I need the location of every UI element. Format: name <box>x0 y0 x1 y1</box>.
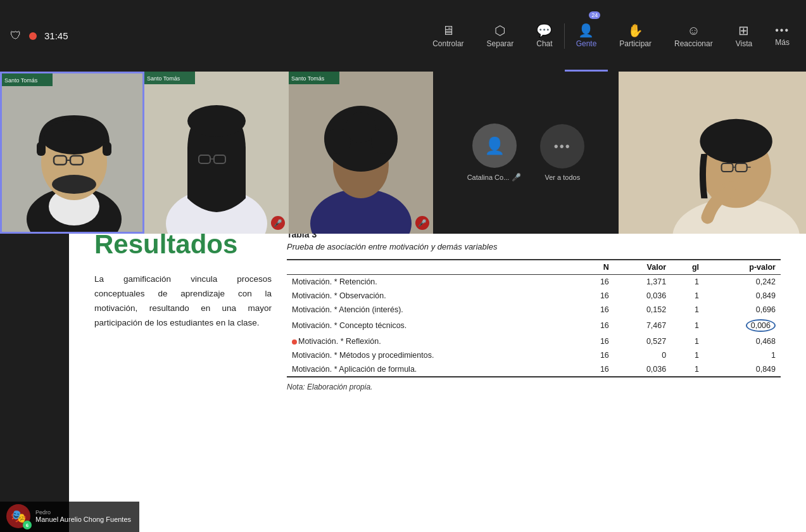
video-row: Santo Tomás Santo Tomás 🎤 <box>0 72 806 234</box>
presenter-name: Manuel Aurelio Chong Fuentes <box>35 516 131 523</box>
row-n: 16 <box>578 362 614 377</box>
table-row: Motivación. * Concepto técnicos.167,4671… <box>287 317 781 334</box>
avatar-role: Pedro <box>35 509 131 516</box>
separar-icon: ⬡ <box>494 24 505 37</box>
svg-rect-10 <box>103 142 111 156</box>
presenter-svg <box>619 72 806 234</box>
row-gl: 1 <box>671 362 704 377</box>
col-gl: gl <box>671 260 704 275</box>
nav-controlar[interactable]: 🖥 Controlar <box>421 0 475 72</box>
body-text: La gamificación vincula procesos concept… <box>94 272 272 331</box>
slide-main-content: Resultados La gamificación vincula proce… <box>94 229 781 391</box>
svg-rect-9 <box>37 142 46 156</box>
side-participants-panel: 👤 Catalina Co... 🎤 ••• Ver a todos <box>433 72 619 234</box>
catalina-mic-icon: 🎤 <box>512 173 521 182</box>
svg-point-16 <box>187 105 246 137</box>
separar-label: Separar <box>487 39 514 48</box>
vista-label: Vista <box>736 39 752 48</box>
bottom-nametag: 🎭 6 Pedro Manuel Aurelio Chong Fuentes <box>0 502 139 532</box>
row-gl: 1 <box>671 289 704 303</box>
table-row: Motivación. * Métodos y procedimientos.1… <box>287 348 781 362</box>
mas-icon: ••• <box>775 25 790 35</box>
row-n: 16 <box>578 348 614 362</box>
table-subtitle: Prueba de asociación entre motivación y … <box>287 242 781 251</box>
row-pvalor: 0,006 <box>704 317 781 334</box>
svg-point-36 <box>700 119 772 163</box>
table-row: Motivación. * Aplicación de formula.160,… <box>287 362 781 377</box>
nav-mas[interactable]: ••• Más <box>764 0 801 72</box>
row-pvalor: 0,696 <box>704 303 781 317</box>
svg-point-28 <box>346 112 376 142</box>
row-n: 16 <box>578 317 614 334</box>
col-n: N <box>578 260 614 275</box>
row-label: Motivación. * Observación. <box>287 289 578 303</box>
row-label: Motivación. * Métodos y procedimientos. <box>287 348 578 362</box>
row-gl: 1 <box>671 275 704 289</box>
row-n: 16 <box>578 303 614 317</box>
row-gl: 1 <box>671 303 704 317</box>
ver-todos-label: Ver a todos <box>545 174 581 181</box>
row-label: Motivación. * Retención. <box>287 275 578 289</box>
nav-gente[interactable]: 👤 24 Gente <box>565 0 608 72</box>
nav-reaccionar[interactable]: ☺ Reaccionar <box>663 0 724 72</box>
person2-svg: Santo Tomás <box>144 72 289 234</box>
col-label <box>287 260 578 275</box>
data-table: N Valor gl p-valor Motivación. * Retenci… <box>287 259 781 377</box>
row-gl: 1 <box>671 334 704 348</box>
svg-point-5 <box>52 175 96 194</box>
nav-vista[interactable]: ⊞ Vista <box>724 0 764 72</box>
catalina-name: Catalina Co... <box>467 174 510 181</box>
row-n: 16 <box>578 289 614 303</box>
timer-display: 31:45 <box>44 30 68 41</box>
person1-svg: Santo Tomás <box>2 73 144 234</box>
gente-label: Gente <box>576 39 597 48</box>
controlar-icon: 🖥 <box>442 24 455 37</box>
table-row: Motivación. * Atención (interés).160,152… <box>287 303 781 317</box>
gente-icon: 👤 <box>578 24 594 37</box>
shield-icon: 🛡 <box>10 29 22 42</box>
vista-icon: ⊞ <box>738 24 749 37</box>
col-pvalor: p-valor <box>704 260 781 275</box>
ver-todos-card[interactable]: ••• Ver a todos <box>540 124 584 181</box>
resultados-title: Resultados <box>94 229 272 260</box>
table-header-row: N Valor gl p-valor <box>287 260 781 275</box>
topbar: 🛡 31:45 🖥 Controlar ⬡ Separar 💬 Chat 👤 2… <box>0 0 806 72</box>
svg-text:Santo Tomás: Santo Tomás <box>147 75 180 82</box>
catalina-avatar: 👤 <box>472 124 517 168</box>
row-pvalor: 0,849 <box>704 362 781 377</box>
video-thumb-2: Santo Tomás 🎤 <box>144 72 289 234</box>
participant-catalina[interactable]: 👤 Catalina Co... 🎤 <box>467 124 522 182</box>
nav-participar[interactable]: ✋ Participar <box>608 0 663 72</box>
table-row: Motivación. * Retención.161,37110,242 <box>287 275 781 289</box>
mute-icon-3: 🎤 <box>415 216 429 230</box>
controlar-label: Controlar <box>432 39 463 48</box>
avatar-badge: 6 <box>23 521 32 529</box>
table-row: Motivación. * Observación.160,03610,849 <box>287 289 781 303</box>
video-thumb-3: Santo Tomás 🎤 <box>289 72 433 234</box>
row-pvalor: 1 <box>704 348 781 362</box>
nav-separar[interactable]: ⬡ Separar <box>475 0 526 72</box>
highlighted-value: 0,006 <box>746 319 776 332</box>
nav-chat[interactable]: 💬 Chat <box>525 0 564 72</box>
slide-left-section: Resultados La gamificación vincula proce… <box>94 229 272 391</box>
slide-right-section: Tabla 3 Prueba de asociación entre motiv… <box>287 229 781 391</box>
row-label: Motivación. * Atención (interés). <box>287 303 578 317</box>
row-valor: 0,152 <box>614 303 671 317</box>
row-valor: 7,467 <box>614 317 671 334</box>
gente-badge: 24 <box>589 11 600 19</box>
record-indicator <box>29 32 37 40</box>
row-valor: 1,371 <box>614 275 671 289</box>
row-pvalor: 0,468 <box>704 334 781 348</box>
svg-text:Santo Tomás: Santo Tomás <box>291 75 325 82</box>
chat-icon: 💬 <box>536 24 552 37</box>
person3-svg: Santo Tomás <box>289 72 433 234</box>
row-valor: 0 <box>614 348 671 362</box>
main-presenter-video <box>619 72 806 234</box>
row-label: Motivación. * Concepto técnicos. <box>287 317 578 334</box>
row-label: Motivación. * Reflexión. <box>287 334 578 348</box>
row-valor: 0,527 <box>614 334 671 348</box>
video-thumb-1: Santo Tomás <box>0 72 144 234</box>
red-dot-icon <box>292 339 297 345</box>
participar-icon: ✋ <box>627 24 643 37</box>
nametag-info: Pedro Manuel Aurelio Chong Fuentes <box>35 509 131 523</box>
